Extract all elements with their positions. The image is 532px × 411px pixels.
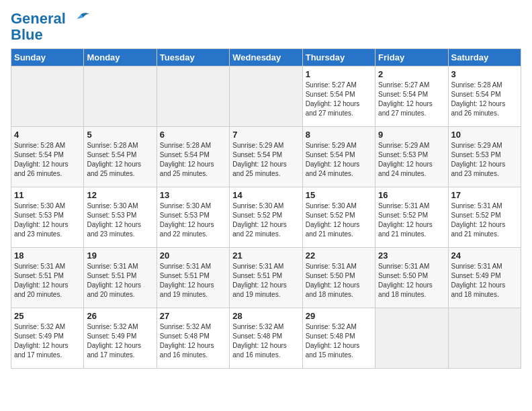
calendar-cell: 24Sunrise: 5:31 AM Sunset: 5:49 PM Dayli… <box>448 248 521 308</box>
calendar-cell: 26Sunrise: 5:32 AM Sunset: 5:49 PM Dayli… <box>84 308 157 369</box>
day-number: 22 <box>306 250 372 261</box>
day-info: Sunrise: 5:27 AM Sunset: 5:54 PM Dayligh… <box>306 81 372 118</box>
calendar-cell: 16Sunrise: 5:31 AM Sunset: 5:52 PM Dayli… <box>375 187 448 248</box>
day-number: 12 <box>87 190 153 200</box>
day-info: Sunrise: 5:30 AM Sunset: 5:53 PM Dayligh… <box>14 201 81 239</box>
day-info: Sunrise: 5:32 AM Sunset: 5:48 PM Dayligh… <box>232 322 299 360</box>
calendar-cell: 19Sunrise: 5:31 AM Sunset: 5:51 PM Dayli… <box>84 248 157 308</box>
calendar-table: SundayMondayTuesdayWednesdayThursdayFrid… <box>11 48 521 369</box>
day-number: 19 <box>87 250 153 261</box>
day-number: 26 <box>87 311 153 321</box>
calendar-week-row: 4Sunrise: 5:28 AM Sunset: 5:54 PM Daylig… <box>11 127 521 187</box>
calendar-cell: 28Sunrise: 5:32 AM Sunset: 5:48 PM Dayli… <box>230 308 302 369</box>
day-info: Sunrise: 5:32 AM Sunset: 5:48 PM Dayligh… <box>306 322 372 360</box>
day-info: Sunrise: 5:30 AM Sunset: 5:52 PM Dayligh… <box>306 201 372 239</box>
day-number: 24 <box>451 250 518 261</box>
calendar-week-row: 1Sunrise: 5:27 AM Sunset: 5:54 PM Daylig… <box>11 66 521 127</box>
calendar-week-row: 18Sunrise: 5:31 AM Sunset: 5:51 PM Dayli… <box>11 248 521 308</box>
calendar-cell: 10Sunrise: 5:29 AM Sunset: 5:53 PM Dayli… <box>448 127 521 187</box>
day-number: 10 <box>451 130 518 140</box>
weekday-header-friday: Friday <box>375 49 448 66</box>
calendar-cell: 1Sunrise: 5:27 AM Sunset: 5:54 PM Daylig… <box>302 66 375 127</box>
day-info: Sunrise: 5:28 AM Sunset: 5:54 PM Dayligh… <box>87 141 153 179</box>
calendar-cell: 4Sunrise: 5:28 AM Sunset: 5:54 PM Daylig… <box>11 127 84 187</box>
day-info: Sunrise: 5:30 AM Sunset: 5:53 PM Dayligh… <box>87 201 153 239</box>
calendar-cell: 13Sunrise: 5:30 AM Sunset: 5:53 PM Dayli… <box>157 187 229 248</box>
calendar-cell: 22Sunrise: 5:31 AM Sunset: 5:50 PM Dayli… <box>302 248 375 308</box>
day-info: Sunrise: 5:29 AM Sunset: 5:53 PM Dayligh… <box>378 141 445 179</box>
calendar-cell <box>448 308 521 369</box>
calendar-cell <box>84 66 157 127</box>
day-info: Sunrise: 5:31 AM Sunset: 5:51 PM Dayligh… <box>160 262 226 300</box>
day-number: 9 <box>378 130 445 140</box>
calendar-cell: 15Sunrise: 5:30 AM Sunset: 5:52 PM Dayli… <box>302 187 375 248</box>
weekday-header-row: SundayMondayTuesdayWednesdayThursdayFrid… <box>11 49 521 66</box>
day-info: Sunrise: 5:29 AM Sunset: 5:53 PM Dayligh… <box>451 141 518 179</box>
calendar-cell: 29Sunrise: 5:32 AM Sunset: 5:48 PM Dayli… <box>302 308 375 369</box>
day-info: Sunrise: 5:31 AM Sunset: 5:52 PM Dayligh… <box>378 201 445 239</box>
day-number: 6 <box>160 130 226 140</box>
calendar-cell: 11Sunrise: 5:30 AM Sunset: 5:53 PM Dayli… <box>11 187 84 248</box>
calendar-cell: 14Sunrise: 5:30 AM Sunset: 5:52 PM Dayli… <box>230 187 302 248</box>
day-info: Sunrise: 5:31 AM Sunset: 5:50 PM Dayligh… <box>306 262 372 300</box>
logo: General Blue <box>11 11 90 43</box>
calendar-cell <box>230 66 302 127</box>
day-number: 29 <box>306 311 372 321</box>
day-number: 11 <box>14 190 81 200</box>
day-number: 8 <box>306 130 372 140</box>
weekday-header-saturday: Saturday <box>448 49 521 66</box>
day-info: Sunrise: 5:31 AM Sunset: 5:51 PM Dayligh… <box>87 262 153 300</box>
day-number: 25 <box>14 311 81 321</box>
day-info: Sunrise: 5:28 AM Sunset: 5:54 PM Dayligh… <box>14 141 81 179</box>
day-number: 1 <box>306 69 372 79</box>
day-number: 20 <box>160 250 226 261</box>
calendar-cell <box>11 66 84 127</box>
calendar-cell: 18Sunrise: 5:31 AM Sunset: 5:51 PM Dayli… <box>11 248 84 308</box>
calendar-cell: 5Sunrise: 5:28 AM Sunset: 5:54 PM Daylig… <box>84 127 157 187</box>
calendar-cell: 21Sunrise: 5:31 AM Sunset: 5:51 PM Dayli… <box>230 248 302 308</box>
day-info: Sunrise: 5:30 AM Sunset: 5:53 PM Dayligh… <box>160 201 226 239</box>
day-info: Sunrise: 5:31 AM Sunset: 5:50 PM Dayligh… <box>378 262 445 300</box>
weekday-header-wednesday: Wednesday <box>230 49 302 66</box>
calendar-cell: 23Sunrise: 5:31 AM Sunset: 5:50 PM Dayli… <box>375 248 448 308</box>
calendar-cell <box>157 66 229 127</box>
day-number: 5 <box>87 130 153 140</box>
day-info: Sunrise: 5:28 AM Sunset: 5:54 PM Dayligh… <box>160 141 226 179</box>
weekday-header-sunday: Sunday <box>11 49 84 66</box>
calendar-cell: 12Sunrise: 5:30 AM Sunset: 5:53 PM Dayli… <box>84 187 157 248</box>
calendar-cell: 3Sunrise: 5:28 AM Sunset: 5:54 PM Daylig… <box>448 66 521 127</box>
day-info: Sunrise: 5:29 AM Sunset: 5:54 PM Dayligh… <box>232 141 299 179</box>
day-info: Sunrise: 5:32 AM Sunset: 5:49 PM Dayligh… <box>14 322 81 360</box>
day-info: Sunrise: 5:29 AM Sunset: 5:54 PM Dayligh… <box>306 141 372 179</box>
day-number: 17 <box>451 190 518 200</box>
weekday-header-monday: Monday <box>84 49 157 66</box>
day-info: Sunrise: 5:32 AM Sunset: 5:49 PM Dayligh… <box>87 322 153 360</box>
day-number: 21 <box>232 250 299 261</box>
logo-bird-icon <box>71 12 90 27</box>
day-number: 2 <box>378 69 445 79</box>
calendar-week-row: 25Sunrise: 5:32 AM Sunset: 5:49 PM Dayli… <box>11 308 521 369</box>
day-number: 23 <box>378 250 445 261</box>
calendar-cell: 7Sunrise: 5:29 AM Sunset: 5:54 PM Daylig… <box>230 127 302 187</box>
calendar-body: 1Sunrise: 5:27 AM Sunset: 5:54 PM Daylig… <box>11 66 521 369</box>
day-number: 7 <box>232 130 299 140</box>
weekday-header-thursday: Thursday <box>302 49 375 66</box>
day-info: Sunrise: 5:31 AM Sunset: 5:51 PM Dayligh… <box>14 262 81 300</box>
calendar-cell <box>375 308 448 369</box>
day-info: Sunrise: 5:27 AM Sunset: 5:54 PM Dayligh… <box>378 81 445 118</box>
day-number: 13 <box>160 190 226 200</box>
day-number: 15 <box>306 190 372 200</box>
calendar-cell: 17Sunrise: 5:31 AM Sunset: 5:52 PM Dayli… <box>448 187 521 248</box>
day-number: 4 <box>14 130 81 140</box>
day-number: 3 <box>451 69 518 79</box>
weekday-header-tuesday: Tuesday <box>157 49 229 66</box>
day-number: 28 <box>232 311 299 321</box>
day-info: Sunrise: 5:30 AM Sunset: 5:52 PM Dayligh… <box>232 201 299 239</box>
calendar-cell: 9Sunrise: 5:29 AM Sunset: 5:53 PM Daylig… <box>375 127 448 187</box>
day-info: Sunrise: 5:31 AM Sunset: 5:51 PM Dayligh… <box>232 262 299 300</box>
day-number: 14 <box>232 190 299 200</box>
day-info: Sunrise: 5:31 AM Sunset: 5:49 PM Dayligh… <box>451 262 518 300</box>
logo-text: General <box>11 11 90 27</box>
calendar-cell: 27Sunrise: 5:32 AM Sunset: 5:48 PM Dayli… <box>157 308 229 369</box>
logo-text-blue: Blue <box>11 27 90 43</box>
